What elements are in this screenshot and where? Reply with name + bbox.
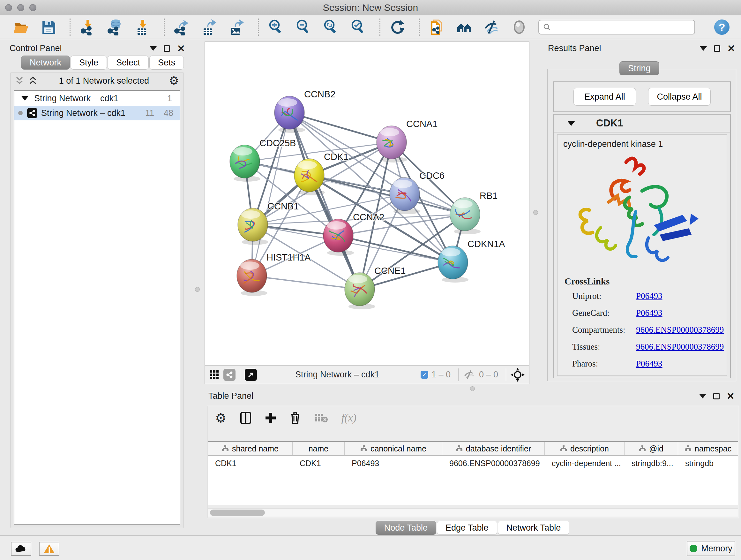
share-document-icon[interactable] xyxy=(428,19,445,36)
warning-status-button[interactable] xyxy=(39,542,59,556)
export-image-icon[interactable] xyxy=(228,19,245,36)
show-all-icon[interactable] xyxy=(511,19,528,36)
column-header-database-identifier[interactable]: database identifier xyxy=(442,442,545,455)
network-edge-CCNA2-CDKN1A[interactable] xyxy=(338,236,453,262)
search-input[interactable] xyxy=(551,22,685,32)
table-cell[interactable]: stringdb xyxy=(678,456,738,471)
delete-column-icon[interactable] xyxy=(290,412,300,424)
column-header-canonical-name[interactable]: canonical name xyxy=(345,442,442,455)
open-session-icon[interactable] xyxy=(13,19,29,36)
table-panel-float-button[interactable] xyxy=(713,393,720,399)
column-header-@id[interactable]: @id xyxy=(624,442,678,455)
table-cell[interactable]: stringdb:9... xyxy=(624,456,678,471)
grid-view-icon[interactable] xyxy=(209,370,219,380)
network-edge-HIST1H1A-CCNE1[interactable] xyxy=(252,276,360,289)
export-table-icon[interactable] xyxy=(201,19,218,36)
tab-sets[interactable]: Sets xyxy=(149,56,184,70)
expand-all-icon[interactable] xyxy=(28,76,39,85)
network-canvas[interactable]: CCNB2CCNA1CDC25BCDK1CDC6RB1CCNB1CCNA2CDK… xyxy=(205,42,529,365)
network-node-RB1[interactable] xyxy=(450,198,481,234)
network-node-CCNA1[interactable] xyxy=(377,126,407,163)
zoom-selected-icon[interactable] xyxy=(350,19,367,36)
crosslink-link[interactable]: P06493 xyxy=(636,359,663,368)
network-node-CCNB1[interactable] xyxy=(238,208,268,245)
results-panel-menu-caret[interactable] xyxy=(700,46,707,51)
horizontal-splitter-handle[interactable] xyxy=(470,386,475,391)
network-node-CCNE1[interactable] xyxy=(345,273,375,309)
memory-button[interactable]: Memory xyxy=(687,541,735,556)
table-panel-menu-caret[interactable] xyxy=(699,394,706,398)
column-header-description[interactable]: description xyxy=(545,442,624,455)
first-neighbors-icon[interactable] xyxy=(456,19,473,36)
network-row-selected[interactable]: String Network – cdk1 11 48 xyxy=(14,106,180,120)
selected-nodes-checkbox[interactable]: ✓ xyxy=(421,371,428,379)
network-edge-CCNB2-HIST1H1A[interactable] xyxy=(252,113,289,276)
column-header-name[interactable]: name xyxy=(293,442,345,455)
collapse-all-button[interactable]: Collapse All xyxy=(648,88,711,106)
show-columns-icon[interactable] xyxy=(240,412,252,424)
hide-selected-icon[interactable] xyxy=(483,19,500,36)
results-panel-float-button[interactable] xyxy=(714,45,720,52)
cloud-status-button[interactable] xyxy=(11,542,31,556)
collapse-all-icon[interactable] xyxy=(15,76,26,85)
zoom-in-icon[interactable] xyxy=(268,19,284,36)
table-cell[interactable]: CDK1 xyxy=(208,456,293,471)
crosslink-link[interactable]: P06493 xyxy=(636,308,663,318)
crosslink-link[interactable]: 9606.ENSP00000378699 xyxy=(636,342,724,352)
network-collection-row[interactable]: String Network – cdk1 1 xyxy=(14,91,180,106)
export-network-icon[interactable] xyxy=(174,19,190,36)
zoom-out-icon[interactable] xyxy=(295,19,312,36)
tab-edge-table[interactable]: Edge Table xyxy=(437,521,497,535)
table-cell[interactable]: cyclin-dependent ... xyxy=(545,456,624,471)
tab-style[interactable]: Style xyxy=(71,56,107,70)
hidden-items-icon[interactable] xyxy=(463,370,476,380)
scrollbar-thumb[interactable] xyxy=(210,509,265,516)
collection-caret-icon[interactable] xyxy=(21,96,28,101)
left-splitter-handle[interactable] xyxy=(195,287,200,292)
gene-result-box: CDK1 cyclin-dependent kinase 1 xyxy=(553,114,731,378)
tab-network[interactable]: Network xyxy=(21,56,70,70)
column-header-namespac[interactable]: namespac xyxy=(678,442,738,455)
tab-network-table[interactable]: Network Table xyxy=(498,521,569,535)
control-panel-float-button[interactable] xyxy=(164,45,170,52)
fit-selection-crosshair-icon[interactable] xyxy=(511,368,525,382)
column-header-shared-name[interactable]: shared name xyxy=(208,442,293,455)
network-node-CCNB2[interactable] xyxy=(274,96,305,133)
table-cell[interactable]: CDK1 xyxy=(293,456,345,471)
network-birdseye-icon[interactable] xyxy=(223,369,235,381)
zoom-fit-icon[interactable] xyxy=(323,19,339,36)
open-in-window-icon[interactable] xyxy=(245,369,257,381)
table-cell[interactable]: 9606.ENSP00000378699 xyxy=(442,456,545,471)
search-field[interactable] xyxy=(538,20,695,35)
function-builder-icon[interactable]: f(x) xyxy=(341,412,356,424)
tab-node-table[interactable]: Node Table xyxy=(376,521,436,535)
control-panel-menu-caret[interactable] xyxy=(150,46,157,51)
table-horizontal-scrollbar[interactable] xyxy=(208,508,738,516)
tab-string[interactable]: String xyxy=(619,61,659,75)
import-network-file-icon[interactable] xyxy=(79,19,96,36)
table-data-row[interactable]: CDK1CDK1P064939606.ENSP00000378699cyclin… xyxy=(208,456,738,471)
tab-select[interactable]: Select xyxy=(108,56,149,70)
add-column-icon[interactable] xyxy=(265,412,276,424)
refresh-icon[interactable] xyxy=(389,19,406,36)
crosslink-link[interactable]: P06493 xyxy=(636,291,663,301)
network-node-HIST1H1A[interactable] xyxy=(237,259,267,296)
table-cell[interactable]: P06493 xyxy=(345,456,442,471)
network-node-CCNA2[interactable] xyxy=(323,219,354,256)
right-splitter-handle[interactable] xyxy=(533,210,538,215)
table-panel-close-button[interactable]: ✕ xyxy=(727,393,735,399)
import-network-database-icon[interactable] xyxy=(107,19,124,36)
results-panel-close-button[interactable]: ✕ xyxy=(727,45,735,52)
delete-table-icon[interactable] xyxy=(314,413,328,423)
save-session-icon[interactable] xyxy=(40,19,57,36)
expand-all-button[interactable]: Expand All xyxy=(574,88,636,106)
gene-collapse-caret[interactable] xyxy=(567,121,575,126)
crosslink-link[interactable]: 9606.ENSP00000378699 xyxy=(636,325,724,334)
network-node-CDKN1A[interactable] xyxy=(438,246,468,283)
network-node-CDC25B[interactable] xyxy=(230,145,260,182)
network-options-gear-icon[interactable]: ⚙ xyxy=(169,76,179,85)
table-options-gear-icon[interactable]: ⚙ xyxy=(215,411,226,425)
control-panel-close-button[interactable]: ✕ xyxy=(177,45,185,52)
help-button[interactable]: ? xyxy=(714,19,730,35)
import-table-icon[interactable] xyxy=(134,19,151,36)
